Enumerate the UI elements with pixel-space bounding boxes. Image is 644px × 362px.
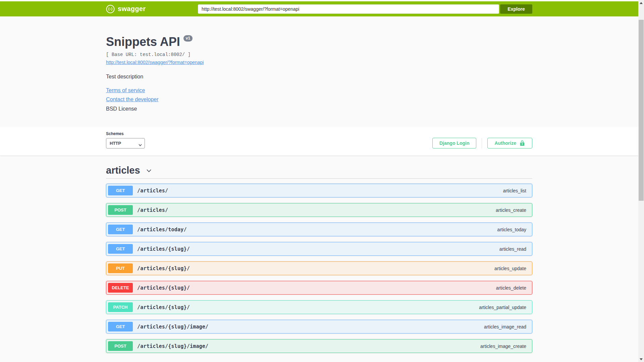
operation-id: articles_update <box>494 266 530 271</box>
operation-path: /articles/ <box>137 188 503 194</box>
operation-id: articles_read <box>499 246 530 252</box>
django-login-button[interactable]: Django Login <box>432 138 476 148</box>
info-section: Snippets API v1 [ Base URL: test.local:8… <box>0 16 638 127</box>
operation-list-articles: GET /articles/ articles_list POST /artic… <box>106 184 532 353</box>
method-badge: DELETE <box>108 283 133 293</box>
brand-name: swagger <box>118 5 146 13</box>
operation-path: /articles/today/ <box>137 227 497 233</box>
operation-path: /articles/{slug}/image/ <box>137 343 480 349</box>
django-login-label: Django Login <box>439 140 469 146</box>
scrollbar-thumb[interactable] <box>639 20 644 201</box>
license-text: BSD License <box>106 106 532 112</box>
page-title: Snippets API v1 <box>106 35 532 49</box>
browser-viewport: swagger Explore Snippets API v1 [ Base U… <box>0 0 644 362</box>
api-description: Test description <box>106 74 532 80</box>
operation-row[interactable]: GET /articles/{slug}/ articles_read <box>106 242 532 256</box>
operation-row[interactable]: GET /articles/{slug}/image/ articles_ima… <box>106 320 532 334</box>
base-url: [ Base URL: test.local:8002/ ] <box>106 52 532 57</box>
operation-path: /articles/{slug}/ <box>137 304 479 310</box>
operation-row[interactable]: PUT /articles/{slug}/ articles_update <box>106 261 532 275</box>
version-badge: v1 <box>183 35 193 42</box>
operation-path: /articles/ <box>137 207 496 213</box>
operation-id: articles_delete <box>496 285 530 291</box>
operation-path: /articles/{slug}/image/ <box>137 324 484 330</box>
swagger-logo-icon <box>106 5 115 13</box>
operation-row[interactable]: POST /articles/ articles_create <box>106 203 532 217</box>
scrollbar-down-arrow[interactable] <box>638 356 644 362</box>
chevron-down-icon <box>145 167 153 175</box>
swagger-logo-link[interactable]: swagger <box>106 5 146 13</box>
operation-id: articles_today <box>497 227 530 232</box>
scheme-container: Schemes HTTP Django Login <box>0 127 638 156</box>
terms-of-service-link[interactable]: Terms of service <box>106 87 145 94</box>
api-title-text: Snippets API <box>106 35 180 49</box>
operation-id: articles_list <box>503 188 530 193</box>
spec-url-input[interactable] <box>198 4 499 14</box>
schemes-select[interactable]: HTTP <box>106 138 145 148</box>
schemes-label: Schemes <box>106 131 145 136</box>
operation-row[interactable]: DELETE /articles/{slug}/ articles_delete <box>106 281 532 295</box>
authorize-button[interactable]: Authorize <box>487 138 532 148</box>
section-header-articles[interactable]: articles <box>106 163 532 179</box>
unlock-icon <box>519 140 525 146</box>
method-badge: GET <box>108 225 133 234</box>
authorize-label: Authorize <box>494 140 516 146</box>
page-scroll-area: swagger Explore Snippets API v1 [ Base U… <box>0 0 638 362</box>
spec-link[interactable]: http://test.local:8002/swagger/?format=o… <box>106 60 204 65</box>
method-badge: GET <box>108 186 133 195</box>
method-badge: PUT <box>108 263 133 273</box>
operation-row[interactable]: GET /articles/today/ articles_today <box>106 223 532 236</box>
method-badge: POST <box>108 205 133 215</box>
operation-path: /articles/{slug}/ <box>137 246 499 252</box>
auth-divider <box>482 138 482 148</box>
scrollbar[interactable] <box>638 0 644 362</box>
method-badge: GET <box>108 322 133 331</box>
operation-id: articles_partial_update <box>479 305 530 310</box>
operation-id: articles_image_create <box>480 344 530 349</box>
schemes-block: Schemes HTTP <box>106 131 145 148</box>
download-url-form: Explore <box>198 4 532 14</box>
method-badge: GET <box>108 244 133 254</box>
section-title: articles <box>106 165 140 176</box>
auth-wrapper: Django Login Authorize <box>432 138 532 148</box>
method-badge: PATCH <box>108 302 133 312</box>
scrollbar-up-arrow[interactable] <box>638 0 644 6</box>
operations-area: articles GET /articles/ articles_list <box>0 163 638 362</box>
operation-row[interactable]: PATCH /articles/{slug}/ articles_partial… <box>106 300 532 314</box>
operation-path: /articles/{slug}/ <box>137 285 496 291</box>
topbar: swagger Explore <box>0 1 638 16</box>
operation-id: articles_image_read <box>484 324 530 329</box>
operation-row[interactable]: GET /articles/ articles_list <box>106 184 532 197</box>
operation-id: articles_create <box>496 207 530 213</box>
explore-button[interactable]: Explore <box>500 4 532 14</box>
section-header-snippets[interactable]: snippets <box>106 360 532 362</box>
operation-row[interactable]: POST /articles/{slug}/image/ articles_im… <box>106 339 532 353</box>
operation-path: /articles/{slug}/ <box>137 265 494 272</box>
method-badge: POST <box>108 341 133 351</box>
contact-developer-link[interactable]: Contact the developer <box>106 97 159 103</box>
